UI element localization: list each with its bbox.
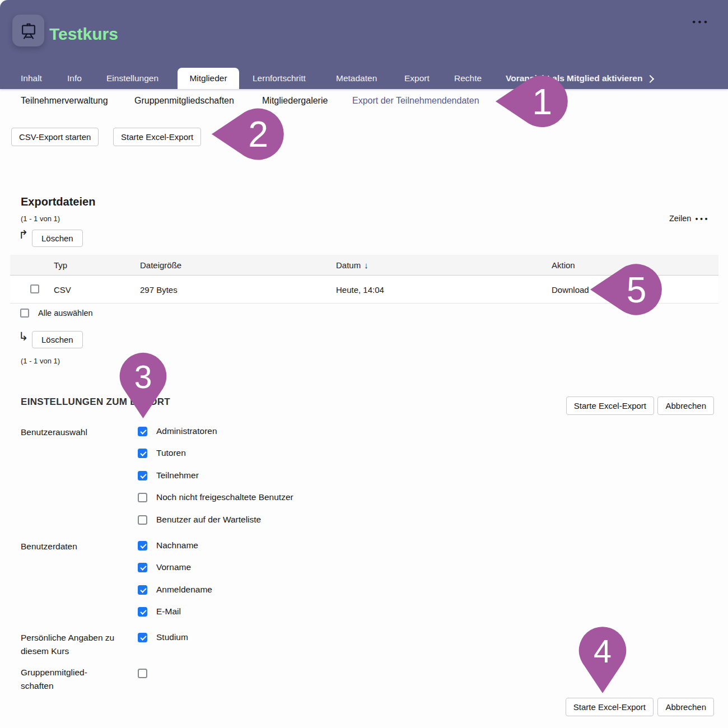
easel-blackboard-icon bbox=[19, 21, 38, 40]
cell-datum: Heute, 14:04 bbox=[336, 285, 552, 295]
checkbox-gruppenmitgliedschaften[interactable] bbox=[138, 669, 147, 678]
option-warteliste: Benutzer auf der Warteliste bbox=[138, 515, 261, 525]
tab-voransicht-label: Voransicht als Mitglied aktivieren bbox=[506, 68, 642, 89]
annotation-balloon-4: 4 bbox=[577, 622, 628, 696]
subtab-export-teilnehmendendaten[interactable]: Export der Teilnehmendendaten bbox=[352, 96, 479, 106]
course-page: Testkurs ••• Inhalt Info Einstellungen M… bbox=[0, 0, 728, 728]
ellipsis-menu-icon: ••• bbox=[694, 216, 709, 223]
option-label[interactable]: Noch nicht freigeschaltete Benutzer bbox=[156, 492, 293, 502]
select-all-control: Alle auswählen bbox=[20, 309, 93, 318]
delete-button-bottom[interactable]: Löschen bbox=[32, 331, 83, 348]
annotation-number: 3 bbox=[134, 359, 152, 395]
option-label[interactable]: Studium bbox=[156, 632, 188, 642]
tab-mitglieder[interactable]: Mitglieder bbox=[178, 68, 239, 89]
export-files-table-header: Typ Dateigröße Datum↓ Aktion bbox=[10, 255, 718, 276]
chevron-right-icon bbox=[646, 74, 654, 82]
group-label-gruppenmitgliedschaften: Gruppenmitglied-schaften bbox=[21, 666, 119, 693]
column-datum-label[interactable]: Datum bbox=[336, 260, 361, 270]
option-anmeldename: Anmeldename bbox=[138, 585, 212, 595]
checkbox-warteliste[interactable] bbox=[138, 515, 147, 525]
export-file-row: CSV 297 Bytes Heute, 14:04 Download bbox=[10, 276, 718, 304]
subtab-mitgliedergalerie[interactable]: Mitgliedergalerie bbox=[262, 96, 328, 106]
option-nachname: Nachname bbox=[138, 540, 198, 550]
cancel-button-top[interactable]: Abbrechen bbox=[657, 396, 714, 415]
option-label[interactable]: Tutoren bbox=[156, 448, 186, 458]
apply-to-selection-up-icon: ↱ bbox=[18, 229, 29, 241]
tab-mitglieder-label: Mitglieder bbox=[189, 73, 227, 83]
option-label[interactable]: E-Mail bbox=[156, 606, 181, 617]
subtab-teilnehmerverwaltung[interactable]: Teilnehmerverwaltung bbox=[21, 96, 108, 106]
checkbox-tutoren[interactable] bbox=[138, 449, 147, 458]
row-checkbox[interactable] bbox=[30, 284, 39, 293]
column-datum: Datum↓ bbox=[336, 260, 552, 270]
cell-typ: CSV bbox=[54, 285, 140, 295]
column-typ: Typ bbox=[54, 260, 140, 270]
checkbox-studium[interactable] bbox=[138, 633, 147, 642]
checkbox-teilnehmer[interactable] bbox=[138, 471, 147, 480]
annotation-balloon-3: 3 bbox=[118, 348, 168, 421]
option-nicht-freigeschaltete: Noch nicht freigeschaltete Benutzer bbox=[138, 492, 293, 502]
rows-dropdown[interactable]: Zeilen••• bbox=[669, 214, 709, 223]
option-administratoren: Administratoren bbox=[138, 426, 217, 436]
tab-metadaten[interactable]: Metadaten bbox=[336, 68, 377, 89]
delete-button-top[interactable]: Löschen bbox=[32, 230, 83, 247]
group-label-persoenliche-angaben: Persönliche Angaben zu diesem Kurs bbox=[21, 631, 119, 658]
option-label[interactable]: Benutzer auf der Warteliste bbox=[156, 515, 261, 525]
result-count-bottom: (1 - 1 von 1) bbox=[21, 357, 60, 365]
checkbox-nachname[interactable] bbox=[138, 541, 147, 550]
exportdateien-heading: Exportdateien bbox=[21, 195, 95, 208]
apply-to-selection-down-icon: ↳ bbox=[18, 331, 29, 343]
option-label[interactable]: Anmeldename bbox=[156, 585, 212, 595]
tab-info[interactable]: Info bbox=[67, 68, 82, 89]
group-label-benutzerdaten: Benutzerdaten bbox=[21, 540, 119, 553]
tab-lernfortschritt[interactable]: Lernfortschritt bbox=[253, 68, 306, 89]
option-studium: Studium bbox=[138, 632, 188, 642]
annotation-number: 2 bbox=[248, 114, 268, 155]
checkbox-vorname[interactable] bbox=[138, 563, 147, 572]
course-icon-tile bbox=[12, 15, 44, 46]
ellipsis-menu-icon[interactable]: ••• bbox=[692, 18, 709, 26]
option-email: E-Mail bbox=[138, 606, 181, 617]
option-label[interactable]: Teilnehmer bbox=[156, 470, 199, 480]
option-label[interactable]: Administratoren bbox=[156, 426, 217, 436]
annotation-balloon-2: 2 bbox=[211, 105, 287, 163]
option-label[interactable]: Vorname bbox=[156, 562, 191, 572]
checkbox-nicht-freigeschaltete[interactable] bbox=[138, 493, 147, 502]
tab-voransicht-aktivieren[interactable]: Voransicht als Mitglied aktivieren bbox=[506, 68, 653, 89]
excel-export-button-bottom[interactable]: Starte Excel-Export bbox=[566, 698, 654, 716]
course-banner: Testkurs ••• Inhalt Info Einstellungen M… bbox=[0, 0, 728, 89]
subtab-gruppenmitgliedschaften[interactable]: Gruppenmitgliedschaften bbox=[134, 96, 234, 106]
option-teilnehmer: Teilnehmer bbox=[138, 470, 199, 480]
result-count-top: (1 - 1 von 1) bbox=[21, 214, 60, 223]
csv-export-button[interactable]: CSV-Export starten bbox=[11, 128, 99, 146]
rows-label: Zeilen bbox=[669, 214, 692, 223]
checkbox-anmeldename[interactable] bbox=[138, 585, 147, 595]
sort-descending-icon[interactable]: ↓ bbox=[364, 260, 368, 270]
option-tutoren: Tutoren bbox=[138, 448, 186, 458]
cell-size: 297 Bytes bbox=[140, 285, 336, 295]
tab-inhalt[interactable]: Inhalt bbox=[21, 68, 42, 89]
tab-rechte[interactable]: Rechte bbox=[454, 68, 482, 89]
select-all-label[interactable]: Alle auswählen bbox=[38, 309, 93, 318]
option-label[interactable]: Nachname bbox=[156, 540, 198, 550]
column-dateigroesse: Dateigröße bbox=[140, 260, 336, 270]
main-tab-bar: Inhalt Info Einstellungen Mitglieder Ler… bbox=[0, 68, 728, 89]
tab-export[interactable]: Export bbox=[404, 68, 430, 89]
select-all-checkbox[interactable] bbox=[20, 309, 29, 318]
excel-export-button-top[interactable]: Starte Excel-Export bbox=[566, 396, 654, 415]
group-label-benutzerauswahl: Benutzerauswahl bbox=[21, 426, 119, 439]
cancel-button-bottom[interactable]: Abbrechen bbox=[657, 698, 714, 716]
checkbox-administratoren[interactable] bbox=[138, 427, 147, 436]
annotation-number: 4 bbox=[594, 633, 612, 669]
column-aktion: Aktion bbox=[552, 260, 718, 270]
option-vorname: Vorname bbox=[138, 562, 191, 572]
excel-export-button[interactable]: Starte Excel-Export bbox=[113, 128, 201, 146]
tab-einstellungen[interactable]: Einstellungen bbox=[106, 68, 158, 89]
option-gruppenmitgliedschaften bbox=[138, 669, 156, 678]
settings-heading: EINSTELLUNGEN ZUM EXPORT bbox=[21, 396, 170, 408]
checkbox-email[interactable] bbox=[138, 607, 147, 617]
download-link[interactable]: Download bbox=[552, 285, 589, 295]
course-title: Testkurs bbox=[49, 25, 118, 44]
